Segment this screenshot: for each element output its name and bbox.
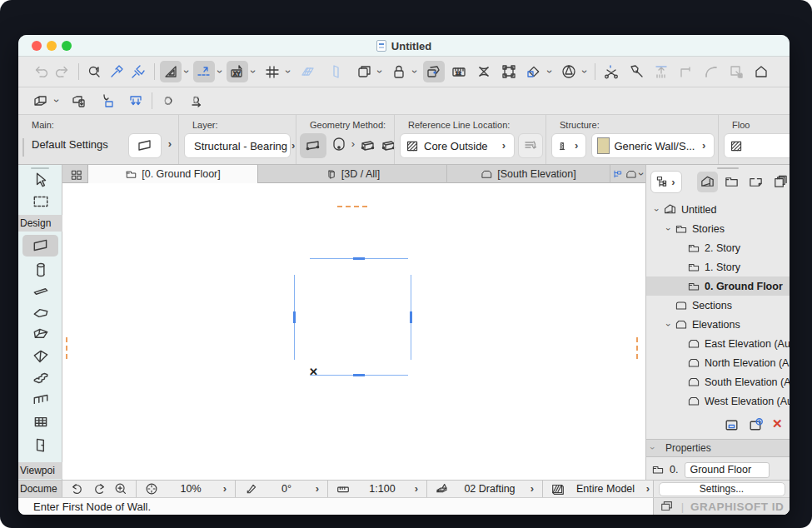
composite-selector[interactable]: Generic Wall/S... › <box>591 133 715 158</box>
reference-line-selector[interactable]: Core Outside › <box>400 133 515 158</box>
previous-view-button[interactable] <box>67 481 87 497</box>
tree-item-north-elevation[interactable]: North Elevation (Auto <box>646 353 790 372</box>
title-bar[interactable]: Untitled <box>18 35 790 57</box>
guide-lines-button[interactable] <box>160 61 182 82</box>
navigator-tab-project[interactable] <box>697 172 718 192</box>
chevron-down-icon[interactable]: › <box>545 67 554 77</box>
zoom-level-value[interactable]: 10% <box>163 483 218 495</box>
flip-reference-button[interactable] <box>518 133 543 158</box>
zoom-in-button[interactable] <box>111 481 131 497</box>
chevron-right-icon[interactable]: › <box>527 485 537 493</box>
transform-button[interactable] <box>498 61 520 82</box>
tree-item-story-1[interactable]: 1. Story <box>646 257 790 276</box>
chevron-down-icon[interactable]: › <box>376 67 384 77</box>
adjust-button[interactable] <box>625 61 647 82</box>
chevron-down-icon[interactable]: › <box>664 222 674 235</box>
graphisoft-id-label[interactable]: GRAPHISOFT ID <box>690 501 784 513</box>
railing-tool[interactable] <box>22 390 58 410</box>
snap-grid-button[interactable] <box>262 61 283 82</box>
redo-button[interactable] <box>52 61 73 82</box>
tree-item-elevations[interactable]: › Elevations <box>646 315 790 334</box>
tab-south-elevation[interactable]: [South Elevation] <box>447 165 610 183</box>
inject-parameters-button[interactable] <box>127 61 149 82</box>
marquee-cross-button[interactable] <box>473 61 495 82</box>
stair-tool[interactable] <box>22 368 58 388</box>
wall-tool[interactable] <box>22 235 58 257</box>
quad-view-button[interactable] <box>67 167 87 182</box>
tab-navigator-toggle[interactable]: › <box>612 165 645 183</box>
window-copy-icon[interactable] <box>660 499 675 514</box>
tree-item-story-2[interactable]: 2. Story <box>646 238 790 257</box>
layer-combination-value[interactable]: 02 Drafting <box>454 483 526 495</box>
floor-plan-display-selector[interactable] <box>724 133 790 158</box>
orientation-button[interactable] <box>241 481 261 497</box>
split-button[interactable] <box>600 61 622 82</box>
orbit-button[interactable] <box>558 61 580 82</box>
home-view-button[interactable] <box>750 61 772 82</box>
chevron-down-icon[interactable]: › <box>52 96 61 106</box>
drawing-scale-value[interactable]: 1:100 <box>355 483 410 495</box>
link-button[interactable] <box>157 90 179 112</box>
roof-tool[interactable] <box>22 325 58 345</box>
settings-button[interactable]: Settings... <box>659 482 785 496</box>
snap-guides-button[interactable] <box>193 61 215 82</box>
tree-item-sections[interactable]: Sections <box>646 296 790 315</box>
arrow-tool[interactable] <box>22 170 58 190</box>
tab-3d-all[interactable]: [3D / All] <box>258 165 447 183</box>
tree-item-ground-floor[interactable]: 0. Ground Floor <box>646 276 790 296</box>
chevron-right-icon[interactable]: › <box>165 140 175 148</box>
undo-button[interactable] <box>30 61 52 82</box>
tree-item-west-elevation[interactable]: West Elevation (Auto- <box>646 391 790 411</box>
rotation-angle-value[interactable]: 0° <box>262 483 311 495</box>
trace-reference-button[interactable] <box>353 61 375 82</box>
layer-combination-button[interactable] <box>432 481 452 497</box>
geometry-straight-button[interactable] <box>300 133 326 158</box>
chevron-down-icon[interactable]: › <box>216 67 224 77</box>
chevron-down-icon[interactable]: › <box>652 203 662 216</box>
west-elevation-marker[interactable] <box>66 337 67 360</box>
document-section-header[interactable]: Docume <box>18 481 62 497</box>
chevron-down-icon[interactable]: › <box>664 318 674 331</box>
chevron-right-icon[interactable]: › <box>411 485 421 493</box>
tree-item-south-elevation[interactable]: South Elevation (Auto <box>646 372 790 391</box>
new-viewpoint-button[interactable] <box>747 416 765 434</box>
chevron-down-icon[interactable]: › <box>284 67 292 77</box>
link-update-button[interactable] <box>186 90 207 112</box>
measure-button[interactable] <box>448 61 470 82</box>
model-filter-value[interactable]: Entire Model <box>570 483 641 495</box>
chevron-right-icon[interactable]: › <box>643 485 653 493</box>
import-button[interactable] <box>97 90 118 112</box>
find-select-button[interactable] <box>84 61 106 82</box>
layer-selector[interactable]: Structural - Bearing › <box>184 133 291 158</box>
tab-ground-floor[interactable]: [0. Ground Floor] <box>87 165 258 183</box>
chevron-down-icon[interactable]: › <box>182 67 191 77</box>
navigator-tab-layouts[interactable] <box>770 172 790 192</box>
navigator-tree-button[interactable]: › <box>650 171 682 193</box>
palette-drag-handle[interactable] <box>31 167 49 169</box>
default-settings-button[interactable] <box>128 133 162 158</box>
fit-in-window-button[interactable] <box>142 481 162 497</box>
geometry-curved-button[interactable] <box>328 133 350 158</box>
structure-type-button[interactable]: › <box>551 133 586 158</box>
curtain-wall-tool[interactable] <box>22 411 58 431</box>
favorites-button[interactable] <box>30 90 52 112</box>
chevron-right-icon[interactable]: › <box>220 485 230 493</box>
floor-plan-canvas[interactable]: ✕ <box>62 183 645 480</box>
chevron-right-icon[interactable]: › <box>312 485 322 493</box>
delete-button[interactable]: ✕ <box>772 416 783 431</box>
tree-item-untitled[interactable]: › Untitled <box>646 200 790 219</box>
tree-item-east-elevation[interactable]: East Elevation (Auto- <box>646 334 790 353</box>
rotate-button[interactable] <box>523 61 545 82</box>
export-button[interactable] <box>125 90 147 112</box>
door-tool[interactable] <box>22 435 58 455</box>
lock-button[interactable] <box>388 61 410 82</box>
pick-up-parameters-button[interactable] <box>106 61 127 82</box>
navigator-tab-stories[interactable] <box>721 172 742 192</box>
scale-button[interactable] <box>333 481 353 497</box>
model-filter-button[interactable] <box>548 481 568 497</box>
chevron-down-icon[interactable]: › <box>249 67 257 77</box>
chevron-down-icon[interactable]: › <box>411 67 419 77</box>
east-elevation-marker[interactable] <box>636 337 638 360</box>
properties-header[interactable]: › Properties <box>646 439 790 457</box>
viewpoint-section-header[interactable]: Viewpoi <box>18 462 62 479</box>
